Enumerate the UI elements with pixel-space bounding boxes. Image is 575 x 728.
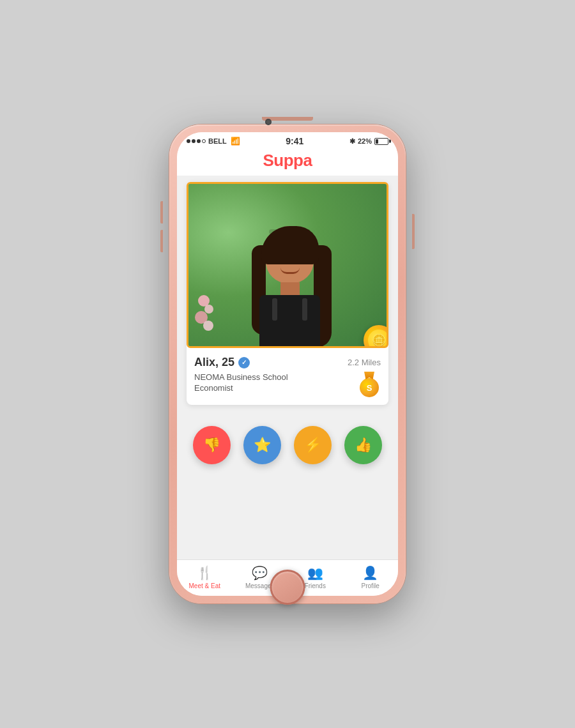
battery-icon [374, 138, 388, 145]
profile-icon: 👤 [362, 565, 378, 580]
meet-eat-icon: 🍴 [197, 565, 213, 580]
name-section: Alix, 25 ✓ [194, 356, 250, 369]
medal-badge: S [358, 372, 381, 398]
hair-shape [264, 226, 316, 346]
profile-name: Alix, 25 [194, 356, 234, 369]
signal-dot-4 [202, 139, 206, 143]
app-header: Suppa [177, 148, 398, 176]
signal-dot-1 [187, 139, 190, 143]
checkmark-icon: ✓ [241, 359, 247, 366]
friends-icon: 👥 [307, 565, 323, 580]
superlike-button[interactable]: ⭐ [243, 426, 281, 464]
flower-2 [204, 305, 213, 314]
volume-up-button [160, 201, 163, 224]
profile-label: Profile [362, 582, 379, 589]
neck [280, 282, 300, 295]
profile-card: 🪙 Alix, 25 ✓ 2.2 Miles [187, 182, 388, 405]
profile-info: Alix, 25 ✓ 2.2 Miles NEOMA Business Scho… [187, 348, 388, 405]
body [259, 295, 320, 346]
medal-circle: S [360, 378, 379, 397]
coin-icon: 🪙 [372, 333, 386, 347]
actions-area: 👎 ⭐ ⚡ 👍 [187, 414, 388, 474]
dislike-button[interactable]: 👎 [193, 426, 231, 464]
bluetooth-icon: ✱ [349, 137, 355, 146]
school-row: NEOMA Business School Economist S [194, 372, 381, 398]
profile-photo-frame: 🪙 [187, 182, 388, 348]
profile-photo [188, 184, 387, 346]
boost-button[interactable]: ⚡ [294, 426, 332, 464]
school-name: NEOMA Business School [194, 372, 358, 383]
signal-dot-2 [192, 139, 195, 143]
coin-inner: 🪙 [368, 330, 388, 348]
power-button [412, 214, 415, 249]
battery-percent: 22% [358, 137, 372, 145]
person-figure [264, 226, 316, 346]
home-button[interactable] [270, 570, 305, 605]
phone-screen: BELL 📶 9:41 ✱ 22% Suppa [177, 132, 398, 596]
meet-eat-label: Meet & Eat [189, 582, 220, 589]
nav-item-profile[interactable]: 👤 Profile [351, 565, 390, 589]
name-row: Alix, 25 ✓ 2.2 Miles [194, 356, 381, 369]
friends-label: Friends [305, 582, 326, 589]
medal-letter: S [367, 383, 372, 393]
battery-fill [376, 139, 378, 144]
nav-item-meet[interactable]: 🍴 Meet & Eat [185, 565, 224, 589]
carrier-name: BELL [208, 137, 227, 145]
status-right: ✱ 22% [349, 137, 388, 146]
status-time: 9:41 [286, 136, 303, 146]
status-bar: BELL 📶 9:41 ✱ 22% [177, 132, 398, 148]
status-left: BELL 📶 [187, 137, 240, 146]
verified-badge: ✓ [238, 357, 250, 368]
school-info: NEOMA Business School Economist [194, 372, 358, 393]
volume-down-button [160, 230, 163, 252]
phone-frame: BELL 📶 9:41 ✱ 22% Suppa [169, 125, 406, 603]
distance-label: 2.2 Miles [348, 358, 381, 367]
flower-4 [203, 321, 213, 331]
strap-left [272, 298, 277, 321]
front-camera [265, 119, 272, 125]
signal-dot-3 [197, 139, 201, 143]
app-title: Suppa [177, 151, 398, 171]
like-button[interactable]: 👍 [344, 426, 382, 464]
mouth [280, 268, 300, 274]
messages-icon: 💬 [252, 565, 268, 580]
signal-indicator [187, 139, 206, 143]
wifi-icon: 📶 [231, 137, 240, 146]
strap-right [302, 298, 307, 321]
occupation-label: Economist [194, 383, 358, 393]
card-area: 🪙 Alix, 25 ✓ 2.2 Miles [177, 176, 398, 559]
